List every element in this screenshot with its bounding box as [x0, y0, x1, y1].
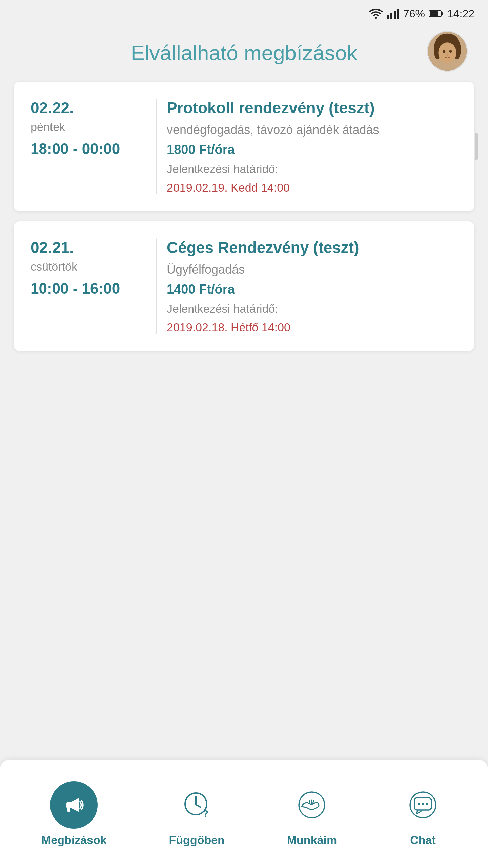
megaphone-icon-wrap [50, 781, 98, 829]
nav-label-megbizasok: Megbízások [41, 833, 107, 847]
svg-text:?: ? [203, 808, 208, 819]
card-date-section: 02.22. péntek 18:00 - 00:00 [30, 99, 146, 194]
card-divider [156, 238, 157, 334]
svg-rect-3 [394, 11, 396, 19]
card-day: péntek [30, 120, 136, 134]
card-rate: 1400 Ft/óra [167, 282, 458, 297]
scroll-indicator [475, 133, 478, 160]
assignment-card[interactable]: 02.22. péntek 18:00 - 00:00 Protokoll re… [14, 82, 474, 211]
avatar-image [428, 31, 467, 72]
chat-bubble-icon [408, 790, 438, 820]
svg-rect-4 [397, 9, 399, 19]
nav-item-megbizasok[interactable]: Megbízások [31, 774, 117, 853]
svg-line-18 [196, 805, 201, 807]
svg-rect-6 [441, 12, 443, 15]
bottom-navigation: Megbízások ? Függőben [0, 760, 488, 868]
cards-list: 02.22. péntek 18:00 - 00:00 Protokoll re… [0, 75, 488, 358]
svg-rect-15 [66, 802, 71, 808]
card-title: Céges Rendezvény (teszt) [167, 238, 458, 257]
svg-point-13 [443, 50, 446, 53]
wifi-icon [369, 8, 383, 19]
card-description: Ügyfélfogadás [167, 262, 458, 277]
avatar[interactable] [427, 31, 468, 72]
nav-item-chat[interactable]: Chat [389, 774, 457, 853]
clock-question-icon: ? [182, 790, 212, 820]
svg-rect-7 [430, 11, 438, 16]
svg-rect-2 [390, 13, 392, 19]
card-title: Protokoll rendezvény (teszt) [167, 99, 458, 117]
svg-point-14 [449, 50, 452, 53]
clock-icon-wrap: ? [173, 781, 221, 829]
card-date: 02.22. [30, 99, 136, 117]
svg-point-24 [422, 803, 424, 805]
page-title: Elvállalható megbízások [131, 41, 358, 65]
svg-point-23 [418, 803, 420, 805]
chat-icon-wrap [399, 781, 447, 829]
card-date: 02.21. [30, 238, 136, 257]
card-description: vendégfogadás, távozó ajándék átadás [167, 123, 458, 137]
handshake-icon-wrap [288, 781, 336, 829]
page-header: Elvállalható megbízások [0, 27, 488, 75]
signal-icon [387, 8, 399, 19]
status-icons: 76% 14:22 [369, 7, 474, 20]
card-deadline-value: 2019.02.19. Kedd 14:00 [167, 181, 458, 194]
card-day: csütörtök [30, 260, 136, 273]
card-details: Protokoll rendezvény (teszt) vendégfogad… [167, 99, 458, 194]
battery-icon [429, 10, 443, 17]
card-rate: 1800 Ft/óra [167, 142, 458, 157]
nav-item-fuggöben[interactable]: ? Függőben [159, 774, 235, 853]
nav-label-chat: Chat [410, 833, 436, 847]
svg-rect-1 [387, 15, 389, 19]
card-time: 10:00 - 16:00 [30, 280, 136, 297]
svg-point-0 [375, 17, 377, 19]
assignment-card[interactable]: 02.21. csütörtök 10:00 - 16:00 Céges Ren… [14, 221, 474, 351]
card-time: 18:00 - 00:00 [30, 140, 136, 157]
nav-label-munkáim: Munkáim [287, 833, 337, 847]
card-deadline-label: Jelentkezési határidő: [167, 162, 458, 176]
nav-item-munkáim[interactable]: Munkáim [277, 774, 347, 853]
battery-percent: 76% [403, 7, 425, 20]
nav-label-fuggöben: Függőben [169, 833, 225, 847]
status-bar: 76% 14:22 [0, 0, 488, 27]
card-date-section: 02.21. csütörtök 10:00 - 16:00 [30, 238, 146, 334]
card-deadline-label: Jelentkezési határidő: [167, 302, 458, 315]
svg-point-25 [426, 803, 428, 805]
time-display: 14:22 [447, 7, 474, 20]
card-deadline-value: 2019.02.18. Hétfő 14:00 [167, 321, 458, 334]
handshake-icon [297, 790, 327, 820]
megaphone-icon [60, 791, 87, 818]
card-details: Céges Rendezvény (teszt) Ügyfélfogadás 1… [167, 238, 458, 334]
card-divider [156, 99, 157, 194]
